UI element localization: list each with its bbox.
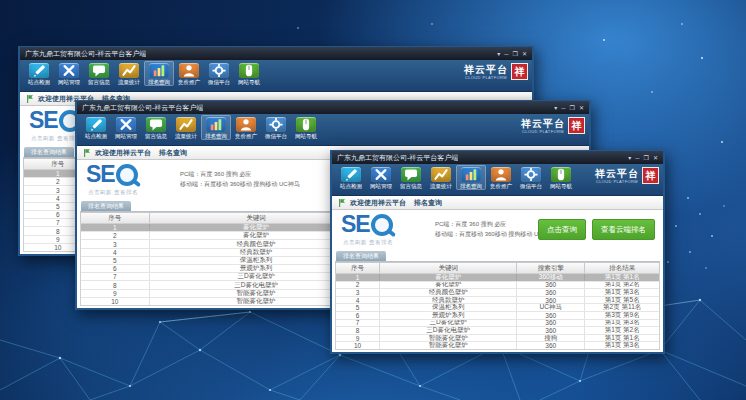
seo-logo-caption: 点击刷新 查看排名 bbox=[88, 189, 138, 196]
engine-support-text: PC端：百度 360 搜狗 必应 移动端：百度移动 360移动 搜狗移动 UC神… bbox=[180, 169, 300, 189]
cell-no: 2 bbox=[81, 232, 150, 239]
cell-rank: 第2页 第11名 bbox=[585, 304, 659, 311]
close-button[interactable]: ✕ bbox=[653, 152, 658, 164]
close-button[interactable]: ✕ bbox=[522, 48, 527, 60]
toolbar-item-mouse[interactable]: 网站导航 bbox=[234, 61, 264, 86]
brand-name: 祥云平台 bbox=[595, 168, 639, 179]
results-tab[interactable]: 排名查询结果 bbox=[81, 201, 131, 211]
cell-engine: 360 bbox=[517, 282, 585, 289]
toolbar-item-chat[interactable]: 留言信息 bbox=[84, 61, 114, 86]
cell-engine: 360 bbox=[517, 327, 585, 334]
cell-no: 7 bbox=[81, 273, 150, 280]
user-icon bbox=[491, 167, 511, 182]
toolbar-item-tools[interactable]: 网站管理 bbox=[366, 165, 396, 190]
toolbar-item-gear[interactable]: 微信平台 bbox=[516, 165, 546, 190]
cell-rank: 第1页 第3名 bbox=[585, 289, 659, 296]
brand: 祥云平台 CLOUD PLATFORM 祥 bbox=[464, 63, 528, 80]
results-tab[interactable]: 排名查询结果 bbox=[336, 251, 386, 261]
toolbar-item-bar-chart[interactable]: 排名查询 bbox=[144, 61, 174, 86]
bar-chart-icon bbox=[206, 117, 226, 132]
query-button[interactable]: 点击查询 bbox=[538, 219, 586, 240]
brand-seal-icon: 祥 bbox=[511, 63, 528, 80]
toolbar-item-tools[interactable]: 网站管理 bbox=[54, 61, 84, 86]
toolbar-item-user[interactable]: 竞价推广 bbox=[231, 115, 261, 140]
content-area: SE 点击刷新 查看排名 PC端：百度 360 搜狗 必应 移动端：百度移动 3… bbox=[332, 210, 663, 352]
toolbar-item-gear[interactable]: 微信平台 bbox=[261, 115, 291, 140]
table-row[interactable]: 1雾化壁炉360移动第1页 第1名 bbox=[336, 274, 659, 282]
toolbar-item-gear[interactable]: 微信平台 bbox=[204, 61, 234, 86]
minimize-button[interactable]: ─ bbox=[561, 102, 565, 114]
gear-icon bbox=[209, 63, 229, 78]
table-row[interactable]: 10智能雾化壁炉360第1页 第3名 bbox=[336, 342, 659, 349]
table-row[interactable]: 4经典款壁炉360第1页 第5名 bbox=[336, 297, 659, 305]
toolbar-item-chat[interactable]: 留言信息 bbox=[141, 115, 171, 140]
tools-icon bbox=[59, 63, 79, 78]
results-tab[interactable]: 排名查询结果 bbox=[24, 147, 74, 157]
cell-rank: 第1页 第1名 bbox=[585, 335, 659, 342]
cell-keyword: 智能雾化壁炉 bbox=[380, 335, 517, 342]
skin-button[interactable]: ▾ bbox=[554, 102, 557, 114]
brand-seal-icon: 祥 bbox=[568, 117, 585, 134]
engine-line-pc: PC端：百度 360 搜狗 必应 bbox=[180, 169, 300, 179]
window-controls: ▾ ─ ❒ ✕ bbox=[497, 48, 527, 60]
toolbar-item-pencil[interactable]: 站点检测 bbox=[81, 115, 111, 140]
table-row[interactable]: 3经典颜色壁炉360第1页 第3名 bbox=[336, 289, 659, 297]
toolbar-item-user[interactable]: 竞价推广 bbox=[486, 165, 516, 190]
gear-icon bbox=[266, 117, 286, 132]
table-row[interactable]: 2雾化壁炉360第1页 第2名 bbox=[336, 282, 659, 290]
minimize-button[interactable]: ─ bbox=[635, 152, 639, 164]
cell-engine: 360 bbox=[517, 320, 585, 327]
toolbar-item-label: 站点检测 bbox=[340, 182, 362, 189]
page-name: 排名查询 bbox=[414, 198, 442, 208]
maximize-button[interactable]: ❒ bbox=[570, 102, 575, 114]
toolbar-item-line-chart[interactable]: 流量统计 bbox=[426, 165, 456, 190]
cell-no: 3 bbox=[336, 289, 380, 296]
user-icon bbox=[236, 117, 256, 132]
table-row[interactable]: 5保温柜系列UC神马第2页 第11名 bbox=[336, 304, 659, 312]
skin-button[interactable]: ▾ bbox=[628, 152, 631, 164]
engine-support-text: PC端：百度 360 搜狗 必应 移动端：百度移动 360移动 搜狗移动 UC神… bbox=[435, 219, 555, 239]
toolbar-item-tools[interactable]: 网站管理 bbox=[111, 115, 141, 140]
toolbar-item-line-chart[interactable]: 流量统计 bbox=[114, 61, 144, 86]
cloud-rank-button[interactable]: 查看云端排名 bbox=[592, 219, 655, 240]
cell-keyword: 三D雾化壁炉 bbox=[380, 320, 517, 327]
minimize-button[interactable]: ─ bbox=[504, 48, 508, 60]
gear-icon bbox=[521, 167, 541, 182]
seo-logo: SE bbox=[29, 109, 81, 132]
toolbar-item-mouse[interactable]: 网站导航 bbox=[546, 165, 576, 190]
user-icon bbox=[179, 63, 199, 78]
seo-logo-caption: 点击刷新 查看排名 bbox=[343, 239, 393, 246]
window-controls: ▾ ─ ❒ ✕ bbox=[554, 102, 584, 114]
toolbar-item-line-chart[interactable]: 流量统计 bbox=[171, 115, 201, 140]
toolbar-item-label: 留言信息 bbox=[145, 132, 167, 139]
toolbar-item-label: 流量统计 bbox=[175, 132, 197, 139]
table-row[interactable]: 9智能雾化壁炉搜狗第1页 第1名 bbox=[336, 335, 659, 343]
table-row[interactable]: 8三D雾化电壁炉360第1页 第2名 bbox=[336, 327, 659, 335]
toolbar-item-chat[interactable]: 留言信息 bbox=[396, 165, 426, 190]
table-row[interactable]: 6景观炉系列360第3页 第9名 bbox=[336, 312, 659, 320]
toolbar-item-pencil[interactable]: 站点检测 bbox=[24, 61, 54, 86]
toolbar-item-bar-chart[interactable]: 排名查询 bbox=[201, 115, 231, 140]
skin-button[interactable]: ▾ bbox=[497, 48, 500, 60]
engine-line-pc: PC端：百度 360 搜狗 必应 bbox=[435, 219, 555, 229]
toolbar-item-mouse[interactable]: 网站导航 bbox=[291, 115, 321, 140]
close-button[interactable]: ✕ bbox=[579, 102, 584, 114]
chat-icon bbox=[89, 63, 109, 78]
toolbar-item-bar-chart[interactable]: 排名查询 bbox=[456, 165, 486, 190]
breadcrumb: 欢迎使用祥云平台 排名查询 bbox=[332, 196, 663, 210]
toolbar-item-user[interactable]: 竞价推广 bbox=[174, 61, 204, 86]
toolbar-item-pencil[interactable]: 站点检测 bbox=[336, 165, 366, 190]
window-title: 广东九鼎工贸有限公司-祥云平台客户端 bbox=[337, 151, 458, 164]
table-row[interactable]: 7三D雾化壁炉360第1页 第3名 bbox=[336, 320, 659, 328]
cell-rank: 第1页 第3名 bbox=[585, 342, 659, 349]
header-cell-no: 序号 bbox=[336, 263, 380, 273]
seo-logo-caption: 点击刷新 查看排名 bbox=[31, 135, 81, 142]
brand: 祥云平台 CLOUD PLATFORM 祥 bbox=[521, 117, 585, 134]
welcome-text: 欢迎使用祥云平台 bbox=[350, 198, 406, 208]
toolbar-item-label: 流量统计 bbox=[430, 182, 452, 189]
chat-icon bbox=[146, 117, 166, 132]
tools-icon bbox=[371, 167, 391, 182]
maximize-button[interactable]: ❒ bbox=[513, 48, 518, 60]
seo-logo-text: SE bbox=[86, 163, 115, 186]
maximize-button[interactable]: ❒ bbox=[644, 152, 649, 164]
